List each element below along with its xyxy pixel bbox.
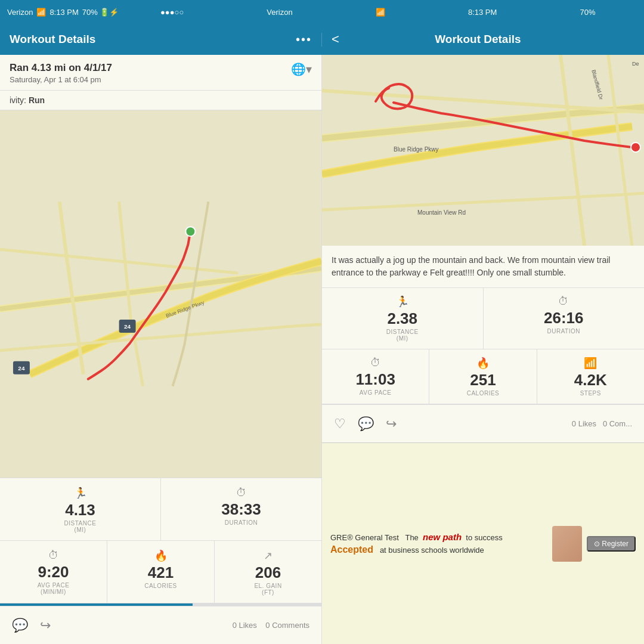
right-social-counts: 0 Likes 0 Com... xyxy=(572,419,632,428)
left-calories-value: 421 xyxy=(114,565,207,580)
activity-type: Run xyxy=(29,95,45,105)
svg-point-2 xyxy=(185,227,195,236)
left-elgain-value: 206 xyxy=(222,565,314,580)
activity-row: ivity: Run xyxy=(0,91,321,110)
workout-subtitle: Saturday, Apr 1 at 6:04 pm xyxy=(10,75,112,84)
right-map[interactable]: Mountain View Rd Blue Ridge Pkwy Blandfi… xyxy=(322,55,644,246)
nav-title-left: Workout Details xyxy=(10,33,95,46)
right-calories-icon: 🔥 xyxy=(435,357,530,370)
left-duration-label: DURATION xyxy=(168,519,314,526)
elgain-icon: ↗ xyxy=(222,549,314,562)
tagline-italic: new path xyxy=(423,532,462,542)
workout-description: It was actually a jog up the mountain an… xyxy=(322,246,644,288)
left-duration-cell: ⏱ 38:33 DURATION xyxy=(161,478,321,540)
like-icon-right[interactable]: ♡ xyxy=(334,416,346,432)
wifi-icon-left: 📶 xyxy=(36,8,46,17)
left-calories-cell: 🔥 421 CALORIES xyxy=(107,541,215,603)
left-calories-label: CALORIES xyxy=(114,583,207,589)
left-map[interactable]: Blue Ridge Pkwy 24 24 xyxy=(0,110,321,478)
workout-header: Ran 4.13 mi on 4/1/17 Saturday, Apr 1 at… xyxy=(0,55,321,91)
workout-title: Ran 4.13 mi on 4/1/17 xyxy=(10,62,112,74)
comment-icon-left[interactable]: 💬 xyxy=(12,618,28,633)
left-pace-value: 9:20 xyxy=(7,564,100,580)
left-duration-value: 38:33 xyxy=(168,501,314,517)
svg-rect-0 xyxy=(0,202,321,386)
left-stats-row1: 🏃 4.13 DISTANCE(MI) ⏱ 38:33 DURATION xyxy=(0,478,321,541)
right-stats-row1: 🏃 2.38 DISTANCE(MI) ⏱ 26:16 DURATION xyxy=(322,288,644,349)
left-elgain-cell: ↗ 206 EL. GAIN(FT) xyxy=(215,541,321,603)
right-steps-value: 4.2K xyxy=(543,372,638,388)
workout-info: Ran 4.13 mi on 4/1/17 Saturday, Apr 1 at… xyxy=(10,62,112,84)
left-pace-label: AVG PACE(MIN/MI) xyxy=(7,582,100,595)
share-icon-right[interactable]: ↪ xyxy=(386,416,397,432)
banner-ad: GRE® General Test The new path to succes… xyxy=(322,442,644,644)
left-stats: 🏃 4.13 DISTANCE(MI) ⏱ 38:33 DURATION ⏱ 9… xyxy=(0,478,321,603)
svg-text:Blue Ridge Pkwy: Blue Ridge Pkwy xyxy=(394,146,439,153)
right-duration-cell: ⏱ 26:16 DURATION xyxy=(484,288,645,349)
left-map-svg: Blue Ridge Pkwy 24 24 xyxy=(0,110,321,478)
left-social-counts: 0 Likes 0 Comments xyxy=(233,621,309,630)
right-panel: Mountain View Rd Blue Ridge Pkwy Blandfi… xyxy=(322,55,644,644)
left-likes: 0 Likes xyxy=(233,621,257,630)
right-likes: 0 Likes xyxy=(572,419,596,428)
left-actions: 💬 ↪ xyxy=(12,618,51,633)
status-center: ●●●○○ Verizon 📶 8:13 PM 70% xyxy=(119,8,637,17)
left-distance-label: DISTANCE(MI) xyxy=(7,520,153,533)
right-pace-value: 11:03 xyxy=(328,371,423,387)
status-left: Verizon 📶 8:13 PM 70% 🔋⚡ xyxy=(7,8,119,17)
svg-text:24: 24 xyxy=(124,323,131,330)
ad-image xyxy=(552,526,582,562)
back-button[interactable]: < xyxy=(332,32,339,47)
left-elgain-label: EL. GAIN(FT) xyxy=(222,583,314,596)
register-button[interactable]: ⊙ Register xyxy=(587,536,636,552)
right-calories-value: 251 xyxy=(435,372,530,388)
right-duration-value: 26:16 xyxy=(490,310,639,326)
comment-icon-right[interactable]: 💬 xyxy=(358,416,374,432)
ad-line1: GRE® General Test The new path to succes… xyxy=(330,531,547,543)
left-distance-value: 4.13 xyxy=(7,502,153,518)
right-duration-icon: ⏱ xyxy=(490,295,639,308)
right-pace-label: AVG PACE xyxy=(328,389,423,396)
right-distance-value: 2.38 xyxy=(328,311,477,326)
svg-text:Mountain View Rd: Mountain View Rd xyxy=(417,209,466,216)
svg-point-12 xyxy=(631,143,640,152)
nav-title-right: Workout Details xyxy=(435,33,521,46)
right-pace-cell: ⏱ 11:03 AVG PACE xyxy=(322,349,429,404)
right-distance-icon: 🏃 xyxy=(328,295,477,308)
calories-icon-left: 🔥 xyxy=(114,549,207,562)
right-steps-cell: 📶 4.2K STEPS xyxy=(537,349,644,404)
wifi-icon-right: 📶 xyxy=(376,8,385,17)
left-pace-cell: ⏱ 9:20 AVG PACE(MIN/MI) xyxy=(0,541,107,603)
ad-line2: Accepted at business schools worldwide xyxy=(330,543,547,556)
nav-right: < Workout Details xyxy=(322,32,644,47)
nav-left: Workout Details ••• xyxy=(0,33,322,47)
activity-label: ivity: xyxy=(10,95,26,105)
svg-text:De: De xyxy=(632,61,639,67)
left-stats-row2: ⏱ 9:20 AVG PACE(MIN/MI) 🔥 421 CALORIES ↗… xyxy=(0,541,321,603)
right-steps-label: STEPS xyxy=(543,390,638,397)
right-comments: 0 Com... xyxy=(603,419,632,428)
status-bar: Verizon 📶 8:13 PM 70% 🔋⚡ ●●●○○ Verizon 📶… xyxy=(0,0,644,24)
globe-icon[interactable]: 🌐▾ xyxy=(291,62,312,76)
right-steps-icon: 📶 xyxy=(543,357,638,370)
left-comments: 0 Comments xyxy=(265,621,309,630)
signal-dots: ●●●○○ xyxy=(160,8,184,17)
tagline-end: to success xyxy=(466,533,502,542)
time-right: 8:13 PM xyxy=(468,8,497,17)
main-content: Ran 4.13 mi on 4/1/17 Saturday, Apr 1 at… xyxy=(0,55,644,644)
time-left: 8:13 PM xyxy=(49,8,78,17)
duration-icon: ⏱ xyxy=(168,487,314,499)
right-map-svg: Mountain View Rd Blue Ridge Pkwy Blandfi… xyxy=(322,55,644,246)
right-pace-icon: ⏱ xyxy=(328,357,423,369)
description-text: It was actually a jog up the mountain an… xyxy=(332,255,610,277)
left-distance-cell: 🏃 4.13 DISTANCE(MI) xyxy=(0,478,161,540)
nav-dots[interactable]: ••• xyxy=(296,33,312,47)
right-distance-label: DISTANCE(MI) xyxy=(328,329,477,342)
distance-icon: 🏃 xyxy=(7,487,153,500)
right-actions: ♡ 💬 ↪ xyxy=(334,416,397,432)
right-calories-label: CALORIES xyxy=(435,390,530,397)
battery-right: 70% xyxy=(580,8,595,17)
carrier-right: Verizon xyxy=(267,8,292,17)
battery-left: 70% 🔋⚡ xyxy=(82,8,119,17)
share-icon-left[interactable]: ↪ xyxy=(40,618,51,633)
